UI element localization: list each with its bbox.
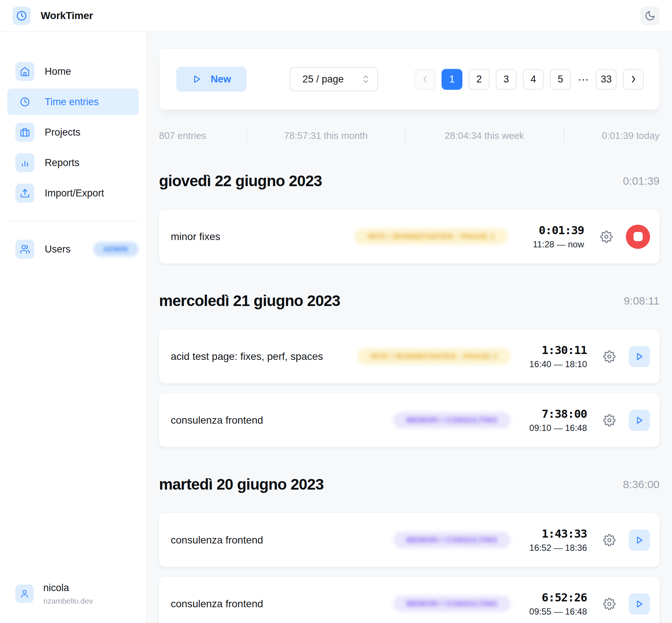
chevron-right-icon [631, 75, 636, 83]
stat-total-entries: 807 entries [159, 130, 247, 141]
entry-title: consulenza frontend [171, 414, 393, 426]
sidebar-item-projects[interactable]: Projects [7, 119, 139, 145]
entry-settings-button[interactable] [600, 231, 613, 243]
entry-title: consulenza frontend [171, 534, 393, 546]
pagination: 1 2 3 4 5 ⋯ 33 [414, 69, 644, 90]
day-title: mercoledì 21 giugno 2023 [159, 292, 340, 310]
entry-settings-button[interactable] [603, 350, 616, 363]
select-chevrons-icon [362, 74, 369, 84]
time-entry-card: consulenza frontend MEMORI / CONSULTING … [159, 577, 660, 623]
briefcase-icon [15, 123, 34, 142]
day-section: martedì 20 giugno 2023 8:36:00 consulenz… [159, 476, 660, 623]
play-icon [634, 351, 645, 362]
chevron-left-icon [422, 75, 428, 83]
time-entry-card: consulenza frontend MEMORI / CONSULTING … [159, 393, 660, 447]
stat-this-week: 28:04:34 this week [405, 130, 564, 141]
sidebar-item-label: Home [45, 66, 71, 77]
clock-icon [15, 92, 34, 111]
users-icon [15, 240, 34, 259]
sidebar-divider [8, 221, 138, 221]
profile-name: nicola [43, 582, 93, 594]
day-section: giovedì 22 giugno 2023 0:01:39 minor fix… [159, 172, 660, 263]
moon-icon [645, 10, 656, 21]
stop-icon [634, 232, 643, 241]
page-size-value: 25 / page [303, 74, 344, 85]
play-icon [634, 415, 645, 425]
new-entry-button[interactable]: New [176, 67, 247, 92]
pagination-next-button[interactable] [623, 69, 644, 90]
page-size-select[interactable]: 25 / page [289, 67, 378, 91]
project-badge[interactable]: MEMORI / CONSULTING [393, 532, 511, 548]
entry-title: consulenza frontend [171, 598, 393, 610]
pagination-ellipsis: ⋯ [577, 73, 590, 86]
project-badge[interactable]: MEMORI / CONSULTING [393, 596, 511, 612]
sidebar-item-import-export[interactable]: Import/Export [7, 180, 139, 206]
entry-time-range: 09:55 — 16:48 [522, 607, 587, 617]
day-section: mercoledì 21 giugno 2023 9:08:11 acid te… [159, 292, 660, 447]
entry-duration: 1:30:11 [522, 343, 587, 357]
project-badge[interactable]: INTK / BONNEFANTEN - PHASE 1 [357, 348, 511, 365]
entry-time-range: 11:28 — now [519, 239, 584, 250]
play-icon [634, 535, 645, 545]
entry-settings-button[interactable] [603, 598, 616, 610]
upload-icon [15, 184, 34, 203]
pagination-prev-button[interactable] [414, 69, 435, 90]
sidebar-nav: Home Time entries Projects Reports [7, 58, 139, 206]
start-timer-button[interactable] [629, 593, 650, 615]
stop-timer-button[interactable] [626, 225, 650, 249]
admin-role-badge: ADMIN [93, 242, 139, 257]
project-badge[interactable]: MEMORI / CONSULTING [393, 412, 511, 428]
gear-icon [600, 231, 613, 243]
entry-settings-button[interactable] [603, 534, 616, 546]
user-icon [15, 585, 34, 603]
home-icon [15, 62, 34, 81]
entry-time-range: 16:52 — 18:36 [522, 543, 587, 553]
sidebar-item-home[interactable]: Home [7, 58, 139, 85]
gear-icon [603, 534, 616, 546]
entry-duration: 6:52:26 [522, 591, 587, 604]
entry-title: acid test page: fixes, perf, spaces [171, 351, 357, 362]
project-badge[interactable]: INTK / BONNEFANTEN - PHASE 1 [354, 228, 508, 245]
app-header: WorkTimer [0, 0, 672, 32]
day-total: 9:08:11 [624, 295, 660, 307]
entry-time-range: 09:10 — 16:48 [522, 423, 587, 433]
sidebar-item-label: Import/Export [45, 188, 104, 199]
sidebar-item-label: Projects [45, 127, 81, 138]
pagination-page-button[interactable]: 4 [523, 69, 544, 90]
entry-duration: 1:43:33 [522, 527, 587, 540]
pagination-page-button[interactable]: 2 [469, 69, 490, 90]
app-title: WorkTimer [41, 10, 93, 22]
bar-chart-icon [15, 153, 34, 172]
time-entry-card: consulenza frontend MEMORI / CONSULTING … [159, 513, 660, 567]
stat-today: 0:01:39 today [564, 130, 660, 141]
profile-domain: nzambello.dev [43, 597, 93, 605]
play-icon [634, 599, 645, 609]
pagination-page-button[interactable]: 5 [550, 69, 571, 90]
toolbar: New 25 / page 1 2 3 4 5 ⋯ [159, 48, 660, 110]
stat-this-month: 78:57:31 this month [247, 130, 405, 141]
sidebar-item-time-entries[interactable]: Time entries [7, 89, 139, 115]
stats-bar: 807 entries 78:57:31 this month 28:04:34… [159, 128, 660, 144]
main-content: New 25 / page 1 2 3 4 5 ⋯ [147, 32, 672, 623]
gear-icon [603, 414, 616, 427]
sidebar-item-label: Users [45, 244, 71, 255]
entry-settings-button[interactable] [603, 414, 616, 427]
gear-icon [603, 350, 616, 363]
pagination-page-button[interactable]: 1 [442, 69, 462, 90]
sidebar: Home Time entries Projects Reports [0, 32, 147, 623]
dark-mode-toggle[interactable] [640, 6, 660, 25]
day-title: martedì 20 giugno 2023 [159, 476, 324, 493]
sidebar-item-label: Reports [45, 157, 80, 169]
sidebar-item-users[interactable]: Users ADMIN [7, 236, 139, 262]
gear-icon [603, 598, 616, 610]
sidebar-item-reports[interactable]: Reports [7, 150, 139, 176]
pagination-page-button[interactable]: 3 [496, 69, 517, 90]
start-timer-button[interactable] [629, 530, 650, 551]
pagination-last-page-button[interactable]: 33 [596, 69, 617, 90]
start-timer-button[interactable] [629, 346, 650, 367]
user-profile[interactable]: nicola nzambello.dev [7, 582, 139, 605]
start-timer-button[interactable] [629, 410, 650, 431]
entry-time-range: 16:40 — 18:10 [522, 359, 587, 369]
sidebar-item-label: Time entries [45, 96, 99, 108]
day-title: giovedì 22 giugno 2023 [159, 172, 322, 190]
